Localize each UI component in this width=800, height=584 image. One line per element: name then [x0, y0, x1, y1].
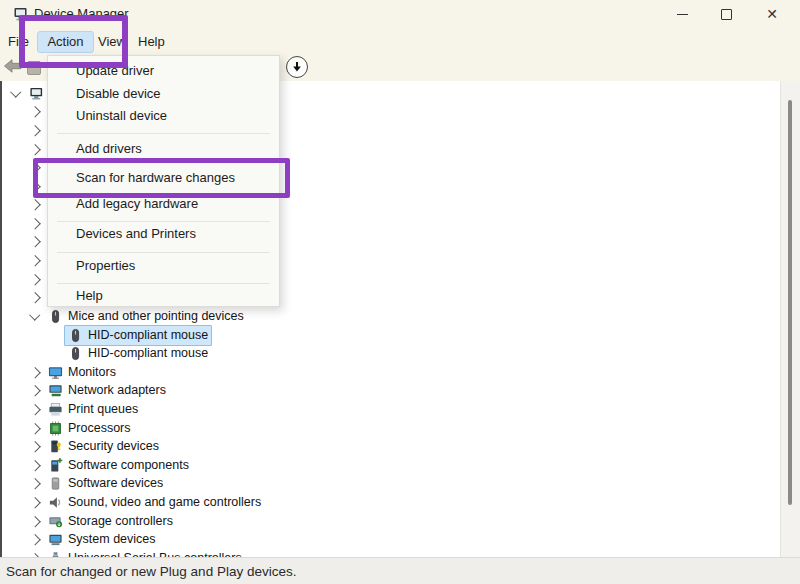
tree-item-monitors[interactable]: Monitors	[2, 363, 781, 382]
tree-item-software-components[interactable]: Software components	[2, 456, 781, 475]
tree-item-label: Software components	[68, 456, 189, 475]
tree-item-usb-controllers[interactable]: Universal Serial Bus controllers	[2, 549, 781, 558]
tree-item-system-devices[interactable]: System devices	[2, 530, 781, 549]
chevron-right-icon[interactable]	[29, 236, 40, 247]
processor-icon	[48, 421, 63, 436]
tree-item-hid-mouse[interactable]: HID-compliant mouse	[2, 344, 781, 363]
menu-item-uninstall-device[interactable]: Uninstall device	[48, 105, 279, 127]
chevron-right-icon[interactable]	[29, 441, 40, 452]
tree-item-label: Sound, video and game controllers	[68, 493, 261, 512]
tree-item-mice[interactable]: Mice and other pointing devices	[2, 307, 781, 326]
tree-item-label: System devices	[68, 530, 156, 549]
software-component-icon	[48, 458, 63, 473]
chevron-right-icon[interactable]	[29, 385, 40, 396]
chevron-right-icon[interactable]	[29, 199, 40, 210]
tree-item-processors[interactable]: Processors	[2, 419, 781, 438]
tree-item-sound-video-game[interactable]: Sound, video and game controllers	[2, 493, 781, 512]
close-button[interactable]: ✕	[754, 2, 790, 26]
maximize-button[interactable]	[708, 2, 744, 26]
chevron-right-icon[interactable]	[29, 106, 40, 117]
minimize-icon	[677, 14, 688, 15]
system-device-icon	[48, 532, 63, 547]
menu-help[interactable]: Help	[138, 28, 165, 55]
mouse-icon	[68, 346, 83, 361]
menu-separator	[57, 283, 270, 284]
software-device-icon	[48, 476, 63, 491]
menu-separator	[57, 252, 270, 253]
chevron-right-icon[interactable]	[29, 144, 40, 155]
menu-item-disable-device[interactable]: Disable device	[48, 83, 279, 105]
tree-item-label: Print queues	[68, 400, 138, 419]
menu-item-devices-and-printers[interactable]: Devices and Printers	[48, 223, 279, 245]
tree-item-label: Network adapters	[68, 381, 166, 400]
scan-circle-down-arrow-icon[interactable]	[286, 56, 308, 78]
chevron-right-icon[interactable]	[29, 497, 40, 508]
chevron-right-icon[interactable]	[29, 534, 40, 545]
tree-item-hid-mouse-selected[interactable]: HID-compliant mouse	[2, 326, 781, 345]
monitor-icon	[48, 365, 63, 380]
tree-item-label: Mice and other pointing devices	[68, 307, 244, 326]
tree-item-label: Security devices	[68, 437, 159, 456]
tree-item-network-adapters[interactable]: Network adapters	[2, 381, 781, 400]
chevron-right-icon[interactable]	[29, 367, 40, 378]
status-text: Scan for changed or new Plug and Play de…	[6, 558, 296, 584]
menu-item-properties[interactable]: Properties	[48, 255, 279, 277]
tree-item-security-devices[interactable]: Security devices	[2, 437, 781, 456]
chevron-right-icon[interactable]	[29, 125, 40, 136]
tree-item-label: HID-compliant mouse	[88, 344, 208, 363]
menu-item-help[interactable]: Help	[48, 285, 279, 307]
chevron-right-icon[interactable]	[29, 516, 40, 527]
chevron-right-icon[interactable]	[29, 423, 40, 434]
speaker-icon	[48, 495, 63, 510]
tree-item-label: Storage controllers	[68, 512, 173, 531]
chevron-down-icon[interactable]	[10, 86, 21, 97]
chevron-right-icon[interactable]	[29, 255, 40, 266]
device-manager-window: Device Manager ✕ File Action View Help	[0, 0, 800, 584]
minimize-button[interactable]	[664, 2, 700, 26]
annotation-box-scan-for-hardware-changes	[33, 158, 290, 198]
chevron-right-icon[interactable]	[29, 292, 40, 303]
storage-controller-icon	[48, 514, 63, 529]
menu-separator	[57, 221, 270, 222]
chevron-right-icon[interactable]	[29, 460, 40, 471]
maximize-icon	[721, 9, 732, 20]
tree-item-label: Software devices	[68, 474, 163, 493]
tree-item-label: Monitors	[68, 363, 116, 382]
tree-item-software-devices[interactable]: Software devices	[2, 474, 781, 493]
tree-item-label: Universal Serial Bus controllers	[68, 549, 242, 558]
chevron-right-icon[interactable]	[29, 404, 40, 415]
menu-item-add-drivers[interactable]: Add drivers	[48, 138, 279, 160]
chevron-right-icon[interactable]	[29, 478, 40, 489]
tree-item-print-queues[interactable]: Print queues	[2, 400, 781, 419]
mouse-icon	[68, 328, 83, 343]
chevron-right-icon[interactable]	[29, 218, 40, 229]
security-device-icon	[48, 439, 63, 454]
vertical-scrollbar[interactable]	[780, 81, 800, 557]
network-adapter-icon	[48, 383, 63, 398]
close-icon: ✕	[766, 7, 778, 21]
tree-item-label: Processors	[68, 419, 131, 438]
menu-separator	[57, 133, 270, 134]
tree-item-storage-controllers[interactable]: Storage controllers	[2, 512, 781, 531]
mouse-icon	[48, 309, 63, 324]
chevron-right-icon[interactable]	[29, 274, 40, 285]
printer-icon	[48, 402, 63, 417]
annotation-box-action-menu	[19, 15, 128, 68]
computer-icon	[29, 86, 44, 101]
chevron-down-icon[interactable]	[29, 309, 40, 320]
tree-item-label: HID-compliant mouse	[88, 326, 208, 345]
scrollbar-thumb[interactable]	[788, 100, 792, 505]
status-bar: Scan for changed or new Plug and Play de…	[0, 557, 800, 584]
